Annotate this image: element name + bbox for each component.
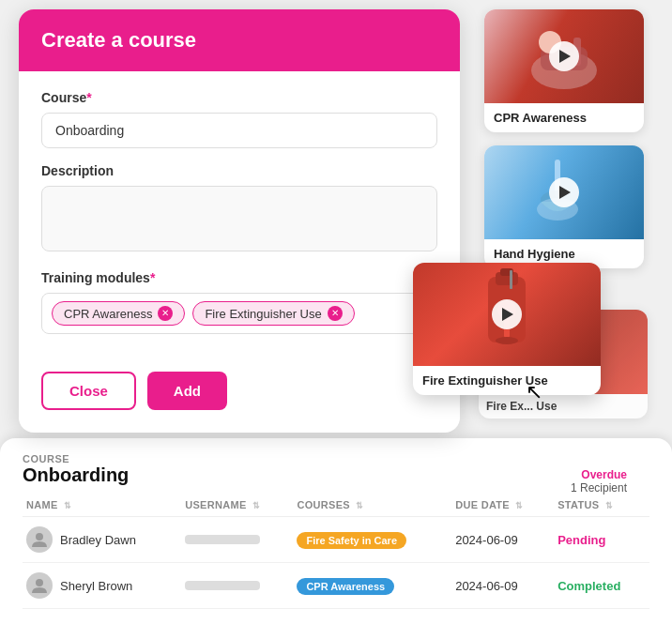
row2-course-tag: CPR Awareness (297, 578, 394, 595)
training-label: Training modules* (41, 270, 437, 285)
close-button[interactable]: Close (41, 372, 136, 410)
table-section-label: COURSE (23, 453, 649, 464)
remove-cpr-tag[interactable]: ✕ (158, 306, 173, 321)
row2-username-cell (181, 563, 293, 609)
add-button[interactable]: Add (147, 372, 227, 410)
recipients-table: NAME ⇅ USERNAME ⇅ COURSES ⇅ DUE DATE ⇅ S… (23, 494, 649, 609)
row2-username-bar (185, 581, 260, 590)
row2-name-cell: Sheryl Brown (23, 563, 181, 609)
row1-courses-cell: Fire Safety in Care (293, 517, 451, 563)
overdue-label: Overdue (571, 468, 627, 481)
course-label: Course* (41, 90, 437, 105)
col-status: STATUS ⇅ (554, 494, 649, 517)
course-input[interactable] (41, 113, 437, 148)
sort-courses-icon[interactable]: ⇅ (356, 501, 363, 510)
play-icon (559, 50, 571, 63)
row2-status: Completed (554, 563, 649, 609)
behind-card-label: Fire Ex... Use (479, 394, 648, 419)
row2-due-date: 2024-06-09 (451, 563, 554, 609)
table-course-name: Onboarding (23, 464, 649, 486)
cpr-card-label: CPR Awareness (484, 103, 644, 132)
hygiene-course-image (484, 145, 644, 239)
hygiene-course-card[interactable]: Hand Hygiene (484, 145, 644, 268)
tag-fire-label: Fire Extinguisher Use (205, 307, 321, 321)
table-header: COURSE Onboarding Overdue 1 Recipient (23, 453, 649, 486)
table-row: Bradley Dawn Fire Safety in Care 2024-06… (23, 517, 649, 563)
play-icon-3 (502, 308, 513, 321)
row1-name-cell: Bradley Dawn (23, 517, 181, 563)
svg-point-18 (36, 533, 43, 540)
row2-courses-cell: CPR Awareness (293, 563, 451, 609)
tag-cpr: CPR Awareness ✕ (52, 301, 185, 326)
description-input[interactable] (41, 186, 437, 251)
remove-fire-tag[interactable]: ✕ (328, 306, 343, 321)
training-modules-container[interactable]: CPR Awareness ✕ Fire Extinguisher Use ✕ (41, 293, 437, 334)
cpr-course-image (484, 9, 644, 103)
dropdown-image (413, 263, 601, 366)
row1-course-tag: Fire Safety in Care (297, 532, 406, 549)
hygiene-play-button[interactable] (549, 177, 579, 207)
row1-username-cell (181, 517, 293, 563)
fire-extinguisher-dropdown[interactable]: Fire Extinguisher Use (413, 263, 601, 395)
sort-due-date-icon[interactable]: ⇅ (515, 501, 523, 510)
col-due-date: DUE DATE ⇅ (451, 494, 554, 517)
row1-status-badge: Pending (557, 533, 605, 547)
avatar-icon (30, 530, 49, 549)
modal-footer: Close Add (19, 372, 460, 433)
row2-status-badge: Completed (557, 579, 620, 593)
overdue-sub: 1 Recipient (571, 481, 627, 495)
table-card: COURSE Onboarding Overdue 1 Recipient NA… (0, 438, 672, 624)
play-icon-2 (559, 186, 571, 199)
description-label: Description (41, 163, 437, 178)
modal-body: Course* Description Training modules* CP… (19, 71, 460, 372)
tag-fire: Fire Extinguisher Use ✕ (192, 301, 354, 326)
svg-point-17 (496, 337, 518, 344)
row1-status: Pending (554, 517, 649, 563)
sort-username-icon[interactable]: ⇅ (252, 501, 260, 510)
col-name: NAME ⇅ (23, 494, 181, 517)
overdue-info: Overdue 1 Recipient (571, 468, 627, 495)
row1-avatar (26, 526, 53, 553)
row1-username-bar (185, 535, 260, 544)
col-username: USERNAME ⇅ (181, 494, 293, 517)
row2-user: Sheryl Brown (26, 572, 177, 599)
modal-title: Create a course (41, 28, 437, 53)
modal-header: Create a course (19, 9, 460, 71)
cpr-course-card[interactable]: CPR Awareness (484, 9, 644, 132)
table-row: Sheryl Brown CPR Awareness 2024-06-09 Co… (23, 563, 649, 609)
svg-rect-15 (510, 270, 512, 289)
fire-play-button[interactable] (492, 299, 522, 329)
create-course-modal: Create a course Course* Description Trai… (19, 9, 460, 433)
col-courses: COURSES ⇅ (293, 494, 451, 517)
cpr-play-button[interactable] (549, 41, 579, 71)
tag-cpr-label: CPR Awareness (64, 307, 152, 321)
row2-name: Sheryl Brown (60, 579, 132, 593)
avatar-icon-2 (30, 576, 49, 595)
svg-point-19 (36, 579, 43, 586)
row2-avatar (26, 572, 53, 599)
dropdown-label: Fire Extinguisher Use (413, 366, 601, 395)
row1-name: Bradley Dawn (60, 533, 136, 547)
row1-due-date: 2024-06-09 (451, 517, 554, 563)
sort-status-icon[interactable]: ⇅ (605, 501, 613, 510)
row1-user: Bradley Dawn (26, 526, 177, 553)
sort-name-icon[interactable]: ⇅ (64, 501, 71, 510)
